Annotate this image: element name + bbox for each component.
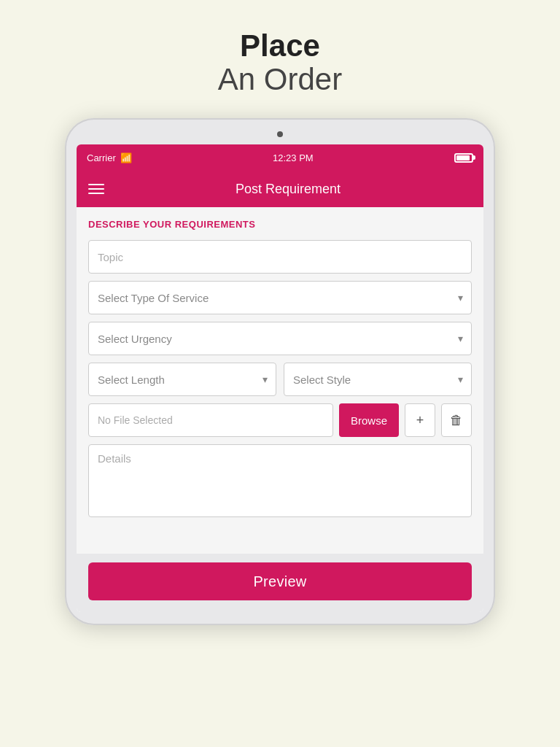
page-title-line1: Place <box>218 29 342 63</box>
status-bar-time: 12:23 PM <box>273 152 314 163</box>
details-group <box>88 444 472 520</box>
urgency-select[interactable]: Select Urgency <box>88 322 472 355</box>
topic-input[interactable] <box>88 240 472 274</box>
style-select-wrapper: Select Style ▾ <box>284 363 472 396</box>
hamburger-icon[interactable] <box>88 184 104 194</box>
carrier-label: Carrier <box>87 152 116 163</box>
file-row: No File Selected Browse + 🗑 <box>88 403 472 437</box>
urgency-group: Select Urgency ▾ <box>88 322 472 355</box>
trash-icon: 🗑 <box>450 413 463 428</box>
browse-button[interactable]: Browse <box>339 403 399 437</box>
device-screen: Carrier 📶 12:23 PM Post Requirement DESC… <box>77 144 483 612</box>
style-select[interactable]: Select Style <box>284 363 472 396</box>
file-input-display: No File Selected <box>88 403 333 437</box>
plus-icon: + <box>416 413 424 428</box>
topic-group <box>88 240 472 274</box>
form-content: DESCRIBE YOUR REQUIREMENTS Select Type O… <box>77 207 483 554</box>
service-group: Select Type Of Service ▾ <box>88 281 472 314</box>
length-select[interactable]: Select Length <box>88 363 276 396</box>
battery-icon <box>454 153 473 163</box>
urgency-select-wrapper: Select Urgency ▾ <box>88 322 472 355</box>
preview-btn-area: Preview <box>77 554 483 612</box>
status-bar: Carrier 📶 12:23 PM <box>77 144 483 171</box>
preview-button[interactable]: Preview <box>88 562 472 600</box>
bottom-spacer <box>88 527 472 542</box>
nav-title: Post Requirement <box>104 182 472 197</box>
details-textarea[interactable] <box>88 444 472 517</box>
device-camera <box>277 131 283 137</box>
nav-bar: Post Requirement <box>77 171 483 207</box>
battery-fill <box>456 155 470 160</box>
delete-file-button[interactable]: 🗑 <box>441 403 472 437</box>
page-title-area: Place An Order <box>218 29 342 96</box>
service-select[interactable]: Select Type Of Service <box>88 281 472 314</box>
status-bar-left: Carrier 📶 <box>87 152 132 163</box>
section-heading: DESCRIBE YOUR REQUIREMENTS <box>88 219 472 230</box>
file-placeholder-label: No File Selected <box>98 414 173 426</box>
service-select-wrapper: Select Type Of Service ▾ <box>88 281 472 314</box>
length-style-row: Select Length ▾ Select Style ▾ <box>88 363 472 396</box>
add-file-button[interactable]: + <box>405 403 435 437</box>
wifi-icon: 📶 <box>120 152 132 163</box>
page-title-line2: An Order <box>218 63 342 96</box>
device-frame: Carrier 📶 12:23 PM Post Requirement DESC… <box>65 118 495 625</box>
length-select-wrapper: Select Length ▾ <box>88 363 276 396</box>
